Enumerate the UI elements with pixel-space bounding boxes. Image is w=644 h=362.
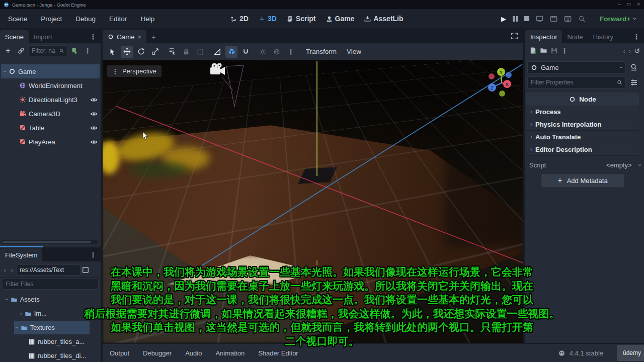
nav-forward-button[interactable]: › [9, 266, 15, 274]
menu-project[interactable]: Project [39, 15, 64, 23]
tab-game-scene[interactable]: Game × [103, 30, 146, 43]
bottom-tab-debugger[interactable]: Debugger [143, 349, 172, 357]
dock-menu-icon[interactable]: ⋮ [633, 33, 644, 43]
add-node-button[interactable]: + [2, 45, 14, 57]
instance-scene-button[interactable] [15, 45, 27, 57]
preview-sun-toggle[interactable] [257, 46, 269, 58]
menu-editor[interactable]: Editor [107, 15, 129, 23]
node-section-header[interactable]: Node [526, 93, 639, 106]
perspective-menu[interactable]: ⋮ Perspective [107, 65, 162, 77]
menu-help[interactable]: Help [138, 15, 156, 23]
search-docs-icon[interactable] [630, 63, 638, 71]
fs-row-assets[interactable]: › Assets [0, 293, 101, 306]
add-metadata-button[interactable]: + Add Metadata [541, 174, 624, 187]
visibility-eye-icon[interactable] [88, 94, 100, 106]
close-button[interactable]: × [637, 2, 640, 7]
fullscreen-icon[interactable] [511, 32, 518, 40]
tree-row-worldenvironment[interactable]: WorldEnvironment [0, 78, 101, 93]
history-forward-button[interactable]: › [628, 47, 631, 54]
tab-node[interactable]: Node [562, 30, 588, 43]
tree-row-game[interactable]: › Game [1, 64, 100, 78]
rotate-tool[interactable] [135, 46, 147, 58]
workspace-script[interactable]: Script [287, 15, 316, 23]
save-resource-icon[interactable] [550, 47, 558, 54]
visibility-eye-icon[interactable] [88, 108, 100, 120]
tab-import[interactable]: Import [29, 30, 57, 43]
tree-row-directionallight3[interactable]: DirectionalLight3 [0, 93, 101, 107]
toggle-split-icon[interactable] [82, 266, 89, 274]
movie-maker-icon[interactable] [550, 15, 557, 23]
tab-history[interactable]: History [588, 30, 618, 43]
transform-menu[interactable]: Transform [306, 48, 337, 55]
close-tab-icon[interactable]: × [137, 34, 141, 40]
tree-row-table[interactable]: Table [0, 121, 101, 135]
collapse-icon[interactable]: › [14, 327, 20, 329]
workspace-3d[interactable]: 3D [259, 15, 277, 23]
collapse-icon[interactable]: › [4, 299, 10, 301]
play-button[interactable]: ▶ [501, 16, 506, 22]
list-select-tool[interactable] [166, 46, 178, 58]
category-physics-interpolation[interactable]: ›Physics Interpolation [526, 118, 639, 131]
script-value-dropdown[interactable]: <empty> [606, 161, 632, 169]
menu-scene[interactable]: Scene [6, 15, 29, 23]
workspace-2d[interactable]: 2D [230, 15, 249, 23]
view-menu[interactable]: View [347, 48, 361, 55]
fs-row-rubber-tiles-a[interactable]: rubber_tiles_a... [0, 335, 101, 348]
path-field[interactable] [16, 264, 80, 276]
dock-menu-icon[interactable]: ⋮ [90, 33, 101, 43]
movie-writer-icon[interactable] [564, 15, 572, 23]
bottom-tab-audio[interactable]: Audio [185, 349, 202, 357]
nav-back-button[interactable]: ‹ [2, 266, 8, 274]
history-back-button[interactable]: ‹ [623, 47, 625, 54]
visibility-eye-icon[interactable] [88, 136, 100, 148]
scene-tree-scrollbar[interactable] [2, 240, 98, 244]
maximize-button[interactable]: □ [627, 2, 630, 7]
filter-tune-icon[interactable] [630, 78, 638, 86]
lock-button[interactable] [180, 46, 192, 58]
object-history-icon[interactable]: ↺ [634, 47, 640, 54]
fs-row-textures[interactable]: › Textures [14, 321, 90, 334]
scene-tree-menu-icon[interactable]: ⋮ [82, 45, 94, 57]
fs-row-rubber-tiles-di[interactable]: rubber_tiles_di... [0, 349, 101, 362]
3d-viewport[interactable]: Y X Z ⋮ Perspective [103, 60, 523, 343]
load-resource-icon[interactable] [540, 47, 547, 54]
stop-button[interactable] [524, 16, 529, 21]
snap-toggle[interactable] [239, 46, 252, 58]
filesystem-filter-input[interactable] [2, 279, 99, 290]
workspace-assetlib[interactable]: AssetLib [364, 15, 403, 23]
group-button[interactable] [194, 46, 206, 58]
new-tab-button[interactable]: + [146, 30, 161, 43]
resource-extra-menu-icon[interactable]: ⋮ [561, 47, 568, 54]
renderer-select[interactable]: Forward+ › [600, 15, 636, 23]
inspector-filter-input[interactable] [527, 76, 626, 88]
node-selector[interactable]: Game › [527, 61, 626, 73]
pause-button[interactable] [513, 16, 518, 22]
category-process[interactable]: ›Process [526, 106, 639, 118]
tab-filesystem[interactable]: FileSystem [0, 248, 42, 261]
preview-environment-toggle[interactable] [271, 46, 283, 58]
tree-row-camera3d[interactable]: Camera3D [0, 107, 101, 121]
workspace-game[interactable]: Game [326, 15, 355, 23]
select-tool[interactable] [107, 46, 119, 58]
dock-menu-icon[interactable]: ⋮ [90, 251, 101, 261]
viewport-extra-menu-icon[interactable]: ⋮ [285, 46, 297, 58]
move-tool[interactable] [121, 46, 133, 58]
collapse-icon[interactable]: › [2, 70, 8, 72]
menu-debug[interactable]: Debug [73, 15, 98, 23]
tree-row-playarea[interactable]: PlayArea [0, 135, 101, 149]
view-axis-gizmo[interactable]: Y X Z [484, 64, 522, 100]
category-editor-description[interactable]: ›Editor Description [526, 143, 639, 156]
category-auto-translate[interactable]: ›Auto Translate [526, 131, 639, 143]
remote-debug-icon[interactable] [536, 15, 543, 23]
new-resource-icon[interactable] [529, 47, 537, 54]
tab-inspector[interactable]: Inspector [525, 30, 562, 43]
chevron-down-icon[interactable]: › [636, 164, 643, 166]
profiler-icon[interactable] [578, 15, 586, 23]
tab-scene[interactable]: Scene [0, 30, 29, 43]
bottom-tab-animation[interactable]: Animation [215, 349, 245, 357]
visibility-eye-icon[interactable] [88, 122, 100, 134]
bottom-tab-shader-editor[interactable]: Shader Editor [258, 349, 298, 357]
minimize-button[interactable]: – [618, 2, 621, 7]
local-space-toggle[interactable] [225, 46, 237, 58]
scale-tool[interactable] [149, 46, 161, 58]
